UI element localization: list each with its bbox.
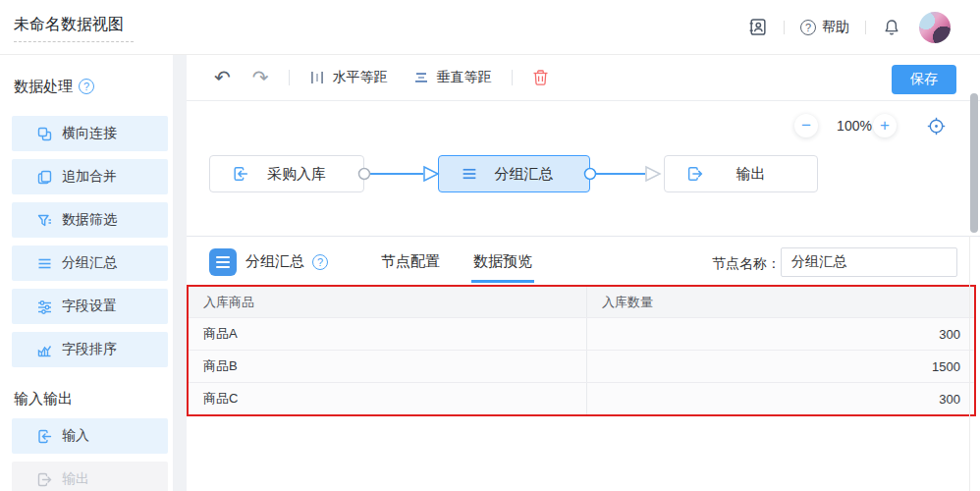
horizontal-spacing-button[interactable]: 水平等距 bbox=[309, 69, 388, 86]
node-name-input[interactable] bbox=[781, 247, 957, 277]
join-icon bbox=[36, 126, 53, 142]
panel-help-icon[interactable]: ? bbox=[312, 254, 328, 270]
trash-icon bbox=[532, 69, 549, 86]
filter-icon bbox=[36, 212, 53, 229]
item-label: 分组汇总 bbox=[62, 254, 117, 272]
item-label: 输入 bbox=[62, 427, 89, 445]
redo-button[interactable]: ↷ bbox=[252, 68, 269, 87]
zoom-out-button[interactable]: − bbox=[794, 114, 818, 137]
locate-center-button[interactable] bbox=[926, 116, 947, 136]
panel-scrollbar-track bbox=[969, 236, 970, 491]
sidebar-item-input[interactable]: 输入 bbox=[12, 418, 168, 454]
section-help-icon[interactable]: ? bbox=[79, 79, 94, 94]
node-input-icon bbox=[232, 165, 249, 183]
section-label: 数据处理 bbox=[14, 78, 73, 96]
item-label: 字段排序 bbox=[62, 341, 117, 358]
main-panel: ↶ ↷ 水平等距 垂直等距 bbox=[187, 55, 980, 491]
sidebar-item-group-summary[interactable]: 分组汇总 bbox=[12, 246, 168, 281]
node-purchase-inbound[interactable]: 采购入库 bbox=[209, 155, 364, 192]
sidebar-item-horizontal-join[interactable]: 横向连接 bbox=[12, 116, 168, 151]
cell-quantity: 300 bbox=[587, 383, 974, 414]
vertical-spacing-button[interactable]: 垂直等距 bbox=[413, 69, 492, 86]
vertical-scrollbar[interactable] bbox=[970, 93, 978, 233]
item-label: 追加合并 bbox=[62, 168, 117, 186]
node-output[interactable]: 输出 bbox=[664, 155, 818, 192]
app-window: 未命名数据视图 ? 帮助 bbox=[0, 0, 980, 491]
bell-icon[interactable] bbox=[882, 18, 901, 37]
divider bbox=[784, 21, 785, 34]
item-label: 字段设置 bbox=[62, 298, 117, 315]
button-label: 水平等距 bbox=[333, 69, 388, 86]
item-label: 输出 bbox=[62, 470, 89, 488]
button-label: 垂直等距 bbox=[437, 69, 492, 86]
sidebar-item-data-filter[interactable]: 数据筛选 bbox=[12, 202, 168, 238]
zoom-in-button[interactable]: + bbox=[873, 114, 897, 137]
flow-canvas[interactable]: − 100% + 采购入库 bbox=[187, 101, 980, 236]
item-label: 数据筛选 bbox=[62, 211, 117, 229]
cell-product: 商品A bbox=[189, 318, 587, 350]
active-tab-indicator bbox=[471, 280, 534, 283]
save-button[interactable]: 保存 bbox=[892, 65, 956, 94]
node-group-summary[interactable]: 分组汇总 bbox=[438, 155, 590, 192]
cell-product: 商品C bbox=[189, 383, 587, 414]
table-row: 商品A 300 bbox=[189, 317, 974, 350]
horizontal-spacing-icon bbox=[309, 70, 325, 85]
section-title-io: 输入输出 bbox=[14, 391, 173, 407]
sidebar-item-output: 输出 bbox=[12, 462, 168, 491]
field-settings-icon bbox=[36, 299, 53, 315]
help-icon: ? bbox=[800, 20, 816, 35]
column-header-quantity: 入库数量 bbox=[587, 287, 974, 317]
node-detail-panel: 分组汇总 ? 节点配置 数据预览 节点名称： 入库商品 入库数量 商品A 300… bbox=[187, 236, 980, 491]
divider bbox=[865, 21, 866, 34]
undo-button[interactable]: ↶ bbox=[214, 68, 231, 87]
section-title-processing: 数据处理 ? bbox=[14, 79, 173, 94]
canvas-toolbar: ↶ ↷ 水平等距 垂直等距 bbox=[187, 55, 980, 101]
tab-node-config[interactable]: 节点配置 bbox=[381, 252, 440, 271]
output-icon bbox=[36, 471, 53, 488]
vertical-spacing-icon bbox=[413, 70, 429, 85]
node-label: 分组汇总 bbox=[484, 165, 589, 184]
divider bbox=[512, 70, 513, 85]
annotation-highlight: 入库商品 入库数量 商品A 300 商品B 1500 商品C 300 bbox=[187, 285, 976, 416]
node-output-icon bbox=[686, 165, 704, 183]
field-sort-icon bbox=[36, 342, 53, 358]
cell-quantity: 300 bbox=[587, 318, 974, 350]
sidebar-item-field-settings[interactable]: 字段设置 bbox=[12, 289, 168, 324]
panel-group-icon bbox=[209, 248, 237, 276]
topbar-actions: ? 帮助 bbox=[747, 12, 980, 43]
table-row: 商品C 300 bbox=[189, 382, 974, 414]
sidebar: 数据处理 ? 横向连接 追加合并 数据筛选 bbox=[0, 55, 173, 491]
append-icon bbox=[36, 169, 53, 186]
user-guide-icon[interactable] bbox=[747, 17, 768, 37]
document-title[interactable]: 未命名数据视图 bbox=[14, 13, 134, 42]
node-group-icon bbox=[461, 165, 478, 183]
section-label: 输入输出 bbox=[14, 390, 73, 409]
table-header-row: 入库商品 入库数量 bbox=[189, 287, 974, 317]
table-row: 商品B 1500 bbox=[189, 350, 974, 382]
sidebar-item-field-sort[interactable]: 字段排序 bbox=[12, 332, 168, 367]
panel-title: 分组汇总 bbox=[245, 252, 304, 271]
group-summary-icon bbox=[36, 255, 53, 272]
item-label: 横向连接 bbox=[62, 125, 117, 142]
user-avatar[interactable] bbox=[919, 12, 951, 43]
divider bbox=[289, 70, 290, 85]
input-icon bbox=[36, 428, 53, 445]
top-bar: 未命名数据视图 ? 帮助 bbox=[0, 0, 980, 55]
tab-data-preview[interactable]: 数据预览 bbox=[473, 252, 532, 271]
column-header-product: 入库商品 bbox=[189, 287, 587, 317]
sidebar-item-append-merge[interactable]: 追加合并 bbox=[12, 159, 168, 194]
help-label: 帮助 bbox=[822, 19, 849, 36]
node-label: 输出 bbox=[710, 165, 817, 184]
crosshair-icon bbox=[926, 116, 947, 136]
cell-quantity: 1500 bbox=[587, 351, 974, 382]
help-button[interactable]: ? 帮助 bbox=[800, 19, 849, 36]
node-name-label: 节点名称： bbox=[712, 255, 781, 273]
node-label: 采购入库 bbox=[255, 165, 363, 184]
cell-product: 商品B bbox=[189, 351, 587, 382]
delete-node-button[interactable] bbox=[532, 69, 549, 86]
